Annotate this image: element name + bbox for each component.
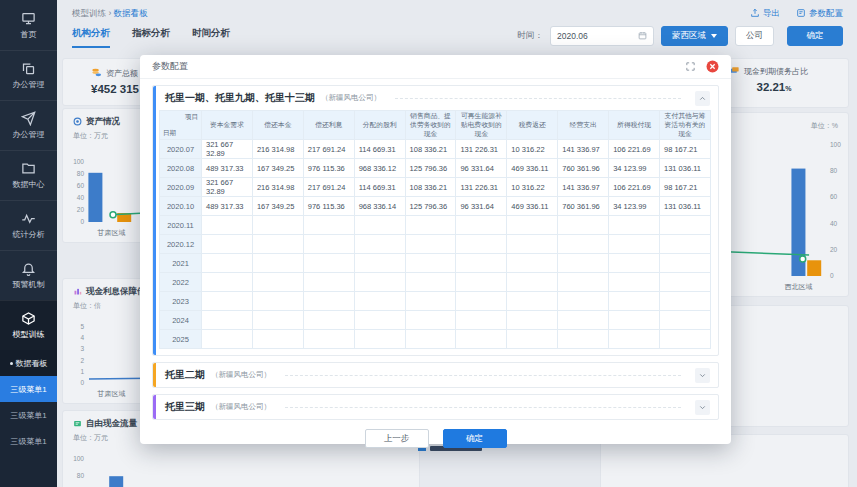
value-cell xyxy=(456,311,507,330)
company-button[interactable]: 公司 xyxy=(735,26,774,46)
column-header: 所得税付现 xyxy=(609,111,660,140)
value-cell xyxy=(405,311,456,330)
calendar-icon xyxy=(638,31,647,42)
date-cell: 2020.11 xyxy=(160,216,202,235)
value-cell: 489 317.33 xyxy=(202,159,253,178)
value-cell xyxy=(405,235,456,254)
value-cell xyxy=(252,330,303,349)
value-cell xyxy=(354,254,405,273)
svg-text:40: 40 xyxy=(77,194,85,201)
date-cell: 2023 xyxy=(160,292,202,311)
value-cell xyxy=(660,254,711,273)
corner-top-label: 项目 xyxy=(185,113,198,121)
sidebar-item-label: 首页 xyxy=(21,29,37,40)
export-button[interactable]: 导出 xyxy=(750,8,780,20)
value-cell: 131 036.11 xyxy=(660,159,711,178)
chevron-down-icon[interactable] xyxy=(695,368,710,383)
column-header: 销售商品、提供劳务收到的现金 xyxy=(405,111,456,140)
table-row: 2021 xyxy=(160,254,711,273)
value-cell xyxy=(456,216,507,235)
dashed-divider xyxy=(285,375,681,376)
sidebar-subitem-3[interactable]: 三级菜单1 xyxy=(0,428,57,454)
value-cell xyxy=(202,254,253,273)
value-cell xyxy=(609,273,660,292)
value-cell: 10 316.22 xyxy=(507,178,558,197)
sidebar-subitem-label: 数据看板 xyxy=(16,358,48,369)
sidebar-item-1[interactable]: 办公管理 xyxy=(0,50,57,100)
time-picker-input[interactable]: 2020.06 xyxy=(550,26,654,46)
sidebar-item-3[interactable]: 数据中心 xyxy=(0,150,57,200)
tab-2[interactable]: 时间分析 xyxy=(192,27,230,48)
value-cell xyxy=(405,292,456,311)
sidebar-item-2[interactable]: 办公管理 xyxy=(0,100,57,150)
date-cell: 2021 xyxy=(160,254,202,273)
tab-0[interactable]: 机构分析 xyxy=(72,27,110,48)
value-cell xyxy=(354,330,405,349)
value-cell xyxy=(303,216,354,235)
value-cell: 131 226.31 xyxy=(456,140,507,159)
value-cell xyxy=(405,273,456,292)
sidebar-item-6[interactable]: 模型训练 xyxy=(0,300,57,350)
value-cell: 469 336.11 xyxy=(507,159,558,178)
time-value: 2020.06 xyxy=(557,31,588,41)
chevron-down-icon[interactable] xyxy=(695,400,710,415)
breadcrumb-parent[interactable]: 模型训练 xyxy=(72,8,106,18)
value-cell xyxy=(303,292,354,311)
value-cell xyxy=(507,292,558,311)
activity-icon xyxy=(21,211,36,226)
sidebar-subitem-2[interactable]: 三级菜单1 xyxy=(0,402,57,428)
previous-step-button[interactable]: 上一步 xyxy=(365,429,429,448)
svg-text:2: 2 xyxy=(80,357,84,364)
region-label: 蒙西区域 xyxy=(672,30,706,42)
table-row: 2025 xyxy=(160,330,711,349)
confirm-button[interactable]: 确定 xyxy=(787,26,843,46)
sidebar-subitem-0[interactable]: 数据看板 xyxy=(0,350,57,376)
value-cell xyxy=(354,216,405,235)
value-cell xyxy=(660,292,711,311)
value-cell xyxy=(354,311,405,330)
param-config-button[interactable]: 参数配置 xyxy=(796,8,843,20)
modal-confirm-button[interactable]: 确定 xyxy=(443,429,507,448)
value-cell: 976 115.36 xyxy=(303,197,354,216)
value-cell xyxy=(354,235,405,254)
value-cell xyxy=(354,292,405,311)
value-cell xyxy=(303,273,354,292)
due-debt-ratio-value: 32.21% xyxy=(729,78,819,93)
value-cell: 34 123.99 xyxy=(609,159,660,178)
sidebar-item-4[interactable]: 统计分析 xyxy=(0,200,57,250)
value-cell xyxy=(609,216,660,235)
modal-title: 参数配置 xyxy=(152,60,675,73)
sidebar-subitem-1[interactable]: 三级菜单1 xyxy=(0,376,57,402)
analysis-tabs: 机构分析指标分析时间分析 xyxy=(72,27,230,48)
tab-1[interactable]: 指标分析 xyxy=(132,27,170,48)
value-cell: 216 314.98 xyxy=(252,178,303,197)
value-cell xyxy=(252,235,303,254)
value-cell: 489 317.33 xyxy=(202,197,253,216)
svg-text:甘肃区域: 甘肃区域 xyxy=(96,390,125,397)
value-cell: 321 667 32.89 xyxy=(202,178,253,197)
cube-icon xyxy=(21,311,36,326)
chevron-up-icon[interactable] xyxy=(695,91,710,106)
value-cell: 114 669.31 xyxy=(354,178,405,197)
close-icon[interactable] xyxy=(706,60,719,73)
section-header[interactable]: 托里三期 （新疆风电公司） xyxy=(153,395,718,419)
table-row: 2023 xyxy=(160,292,711,311)
value-cell xyxy=(507,254,558,273)
value-cell xyxy=(303,311,354,330)
section-header[interactable]: 托里二期 （新疆风电公司） xyxy=(153,363,718,387)
app-window: 首页办公管理办公管理数据中心统计分析预警机制模型训练 数据看板三级菜单1三级菜单… xyxy=(0,0,857,487)
region-dropdown-button[interactable]: 蒙西区域 xyxy=(661,26,728,46)
corner-bottom-label: 日期 xyxy=(163,129,176,137)
table-corner-cell: 项目日期 xyxy=(160,111,202,140)
value-cell: 760 361.96 xyxy=(558,197,609,216)
svg-text:4: 4 xyxy=(80,334,84,341)
section-header[interactable]: 托里一期、托里九期、托里十三期 （新疆风电公司） xyxy=(153,86,718,110)
sidebar-item-0[interactable]: 首页 xyxy=(0,0,57,50)
svg-text:3: 3 xyxy=(80,345,84,352)
sidebar-item-5[interactable]: 预警机制 xyxy=(0,250,57,300)
value-cell xyxy=(660,216,711,235)
value-cell: 96 331.64 xyxy=(456,197,507,216)
fullscreen-icon[interactable] xyxy=(685,61,696,72)
sidebar-item-label: 办公管理 xyxy=(13,129,45,140)
value-cell: 125 796.36 xyxy=(405,197,456,216)
